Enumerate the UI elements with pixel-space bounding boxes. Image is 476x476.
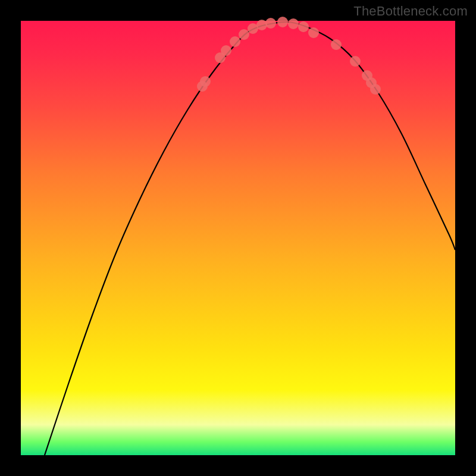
highlight-dot <box>308 27 319 38</box>
highlight-dot <box>350 56 361 67</box>
highlight-dot <box>298 21 309 32</box>
highlight-dot <box>288 18 299 29</box>
chart-frame: TheBottleneck.com <box>0 0 476 476</box>
highlight-dot <box>277 17 288 27</box>
highlight-dot <box>200 76 211 87</box>
highlight-dot <box>331 39 342 50</box>
highlight-dots-group <box>197 17 381 95</box>
bottleneck-curve <box>45 22 455 455</box>
highlight-dot <box>265 18 276 29</box>
highlight-dot <box>221 45 231 56</box>
highlight-dot <box>256 20 267 30</box>
watermark-text: TheBottleneck.com <box>353 4 468 19</box>
gradient-plot-area <box>21 21 455 455</box>
highlight-dot <box>370 84 381 95</box>
highlight-dot <box>239 29 249 40</box>
curve-svg <box>21 21 455 455</box>
highlight-dot <box>230 36 240 47</box>
